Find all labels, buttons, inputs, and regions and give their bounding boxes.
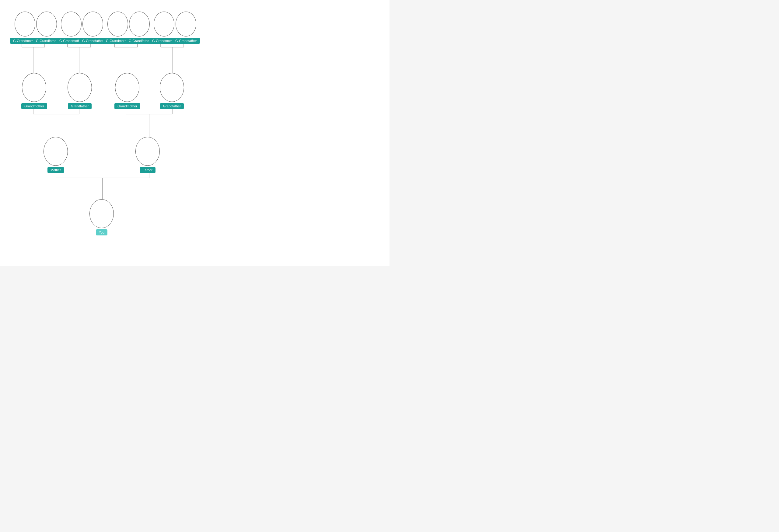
avatar-father xyxy=(135,137,160,166)
family-tree: G-Grandmother G-Grandfather G-Grandmothe… xyxy=(0,0,390,266)
label-mother: Mother xyxy=(48,167,64,173)
node-you[interactable]: You xyxy=(89,199,114,236)
avatar-gf1 xyxy=(68,73,92,102)
avatar-mother xyxy=(44,137,68,166)
avatar-gm1 xyxy=(22,73,46,102)
avatar-gg4 xyxy=(82,12,103,37)
label-gf2: Grandfather xyxy=(160,103,184,109)
node-gg8[interactable]: G-Grandfather xyxy=(172,12,200,44)
avatar-gf2 xyxy=(160,73,184,102)
avatar-you xyxy=(89,199,114,228)
label-you: You xyxy=(96,229,108,236)
node-gm2[interactable]: Grandmother xyxy=(114,73,140,109)
label-gm2: Grandmother xyxy=(114,103,140,109)
label-father: Father xyxy=(140,167,156,173)
avatar-gg5 xyxy=(107,12,128,37)
avatar-gg3 xyxy=(61,12,81,37)
node-gf2[interactable]: Grandfather xyxy=(160,73,184,109)
avatar-gg1 xyxy=(15,12,35,37)
node-gm1[interactable]: Grandmother xyxy=(21,73,47,109)
node-mother[interactable]: Mother xyxy=(44,137,68,173)
node-gf1[interactable]: Grandfather xyxy=(68,73,92,109)
avatar-gg7 xyxy=(154,12,174,37)
label-gf1: Grandfather xyxy=(68,103,92,109)
avatar-gg8 xyxy=(176,12,196,37)
label-gg8: G-Grandfather xyxy=(172,38,200,44)
label-gm1: Grandmother xyxy=(21,103,47,109)
avatar-gg2 xyxy=(36,12,57,37)
avatar-gm2 xyxy=(115,73,139,102)
node-father[interactable]: Father xyxy=(135,137,160,173)
avatar-gg6 xyxy=(129,12,150,37)
